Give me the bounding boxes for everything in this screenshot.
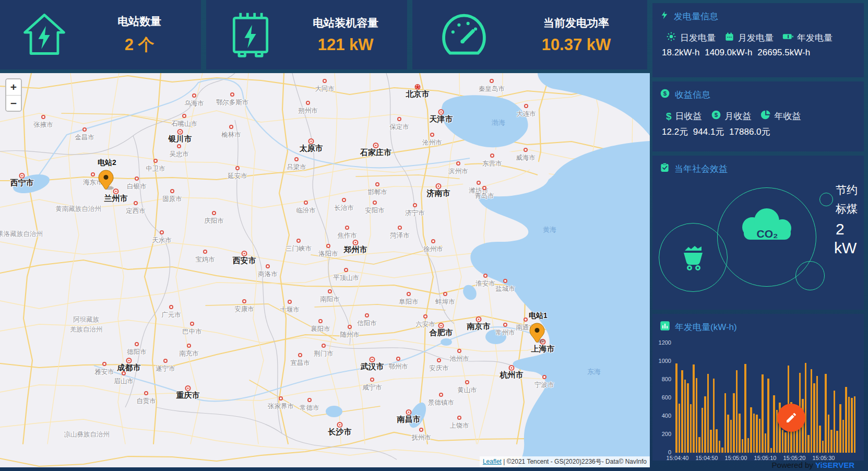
chart-bar: [707, 374, 709, 453]
save-label-line1: 节约: [836, 183, 858, 197]
chart-bar: [693, 364, 695, 453]
medium-bubble: [795, 261, 825, 290]
chart-bar: [739, 414, 741, 453]
chart-bar: [828, 415, 830, 453]
gen-year-value: 26695.5kW-h: [757, 48, 810, 57]
income-month-label: 月收益: [725, 110, 752, 122]
y-tick-label: 1200: [652, 339, 671, 346]
station-marker-label: 电站1: [529, 311, 548, 321]
dollar-circle-icon: $: [660, 88, 670, 101]
chart-bar: [753, 414, 755, 453]
chart-bar: [822, 441, 824, 453]
chart-bar: [756, 415, 758, 453]
x-tick-label: 15:04:40: [667, 455, 689, 461]
card-value: 121 kW: [318, 36, 374, 54]
pencil-icon: [785, 411, 798, 424]
inverter-bolt-icon: [206, 10, 294, 60]
chart-bar: [834, 391, 836, 453]
chart-bar: [710, 430, 712, 453]
x-tick-label: 15:04:50: [696, 455, 718, 461]
save-value: 2: [836, 220, 845, 238]
save-unit: kW: [834, 239, 857, 257]
station-marker-label: 电站2: [98, 158, 116, 168]
gen-day-label: 日发电量: [680, 32, 716, 44]
panel-title: 收益信息: [675, 89, 710, 101]
income-month-value: 944.1元: [693, 127, 724, 137]
map-zoom-control: + −: [5, 78, 22, 112]
chart-bar: [793, 429, 795, 453]
bar-chart-icon: [660, 321, 670, 334]
y-tick-label: 1000: [652, 358, 671, 364]
chart-bar: [762, 374, 764, 453]
sun-icon: [666, 31, 676, 44]
chart-bar: [807, 435, 810, 453]
dollar-circle-icon: $: [711, 110, 721, 123]
save-label-line2: 标煤: [836, 202, 858, 216]
chart-bar: [765, 433, 767, 453]
chart-bar: [836, 431, 838, 453]
income-day-value: 12.2元: [662, 127, 688, 137]
bolt-icon: [660, 10, 669, 23]
chart-bar: [747, 438, 750, 453]
chart-bar: [744, 364, 746, 453]
chart-bar: [784, 432, 787, 453]
chart-bar: [742, 439, 744, 453]
chart-bar: [811, 369, 813, 453]
gen-year-label: 年发电量: [797, 32, 833, 44]
zoom-in-button[interactable]: +: [6, 79, 21, 95]
card-value: 10.37 kW: [542, 36, 611, 54]
chart-bar: [851, 398, 853, 453]
gauge-icon: [412, 10, 516, 60]
y-tick-label: 600: [652, 394, 671, 401]
chart-bar: [687, 383, 689, 453]
card-title: 电站装机容量: [313, 16, 378, 30]
gen-month-label: 月发电量: [738, 32, 774, 44]
chart-bar: [830, 430, 833, 453]
edit-fab-button[interactable]: [777, 404, 805, 432]
svg-text:CO₂: CO₂: [757, 228, 778, 240]
map-markers: 电站1电站2: [0, 73, 650, 467]
chart-bar: [701, 408, 704, 453]
chart-bar: [825, 374, 827, 453]
house-bolt-icon: [0, 10, 88, 60]
chart-bar: [770, 448, 772, 453]
coal-cart-icon: [680, 244, 707, 272]
chart-bar: [805, 363, 807, 453]
current-power-card: 当前发电功率 10.37 kW: [412, 0, 647, 69]
svg-text:$: $: [714, 111, 718, 118]
panel-title: 当年社会效益: [674, 163, 728, 175]
income-year-value: 17886.0元: [729, 127, 770, 137]
chart-bar: [848, 397, 850, 453]
annual-generation-chart-panel: 年发电量(kW-h) 120010008006004002000 15:04:4…: [652, 314, 864, 461]
station-count-card: 电站数量 2 个: [0, 0, 201, 69]
zoom-out-button[interactable]: −: [6, 95, 21, 111]
chart-bar: [759, 419, 761, 453]
chart-bar: [724, 393, 727, 453]
chart-bar: [679, 404, 681, 453]
chart-bar: [698, 437, 700, 453]
chart-bar: [842, 420, 845, 453]
chart-bar: [819, 426, 821, 453]
station-marker-pin[interactable]: [98, 170, 114, 191]
card-title: 当前发电功率: [543, 16, 609, 30]
leaflet-link[interactable]: Leaflet: [483, 458, 502, 465]
income-info-panel: $ 收益信息 $ 日收益 $ 月收益 年收益 12.2元 944.1元 1788…: [652, 81, 864, 151]
chart-bar: [767, 379, 769, 453]
installed-capacity-card: 电站装机容量 121 kW: [206, 0, 407, 69]
chart-bar: [690, 404, 692, 453]
china-map[interactable]: ★北京市天津市银川市太原市石家庄市济南市西宁市兰州市西安市郑州市武汉市成都市重庆…: [0, 73, 650, 467]
clipboard-check-icon: [660, 162, 670, 175]
chart-bar: [696, 378, 698, 453]
chart-bar: [704, 396, 706, 453]
chart-bar: [845, 387, 847, 453]
income-year-label: 年收益: [775, 110, 801, 122]
chart-bar: [839, 404, 841, 453]
chart-bar: [681, 370, 683, 453]
social-benefit-panel: 当年社会效益 CO₂ 节约 标煤 2 kW: [652, 156, 864, 310]
station-marker-pin[interactable]: [529, 323, 545, 344]
calendar-icon: [724, 32, 734, 44]
chart-title: 年发电量(kW-h): [675, 321, 737, 333]
chart-bar: [736, 370, 738, 453]
attribution-text: | ©2021 Tencent - GS(2020)2236号- Data© N…: [502, 458, 647, 465]
svg-text:$: $: [663, 90, 667, 97]
